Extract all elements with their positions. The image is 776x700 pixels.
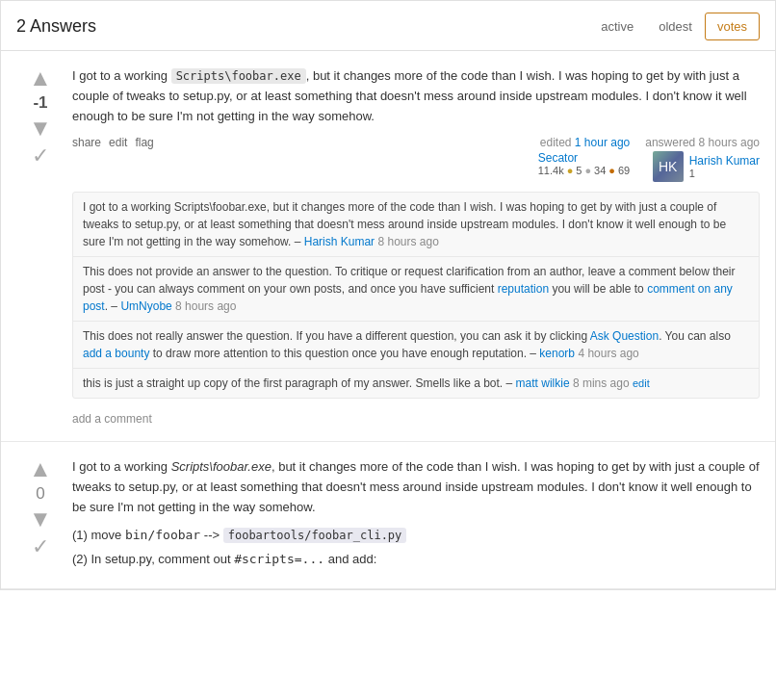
answer-2: ▲ 0 ▼ ✓ I got to a working Scripts\fooba… [1,442,775,589]
step-1-line: (1) move bin/foobar --> foobartools/foob… [72,526,760,546]
avatar-1: HK [653,151,684,182]
share-link-1[interactable]: share [72,136,101,149]
flag-link-1[interactable]: flag [135,136,153,149]
answered-label-1: answered 8 hours ago [645,136,760,149]
edit-link-1[interactable]: edit [109,136,127,149]
edited-label-1: edited 1 hour ago [540,136,630,149]
comment-author-1-3[interactable]: kenorb [539,347,575,360]
answers-count: 2 Answers [16,16,96,37]
sort-tab-oldest[interactable]: oldest [646,13,705,40]
comments-section-1: I got to a working Scripts\foobar.exe, b… [72,192,760,399]
add-comment-link-1[interactable]: add a comment [72,412,152,426]
sort-tab-active[interactable]: active [588,13,646,40]
answer-meta-1: share edit flag edited 1 hour ago Secato… [72,136,760,182]
downvote-button-2[interactable]: ▼ [29,507,52,531]
editor-info-1: Secator 11.4k ●5 ●34 ●69 [538,151,631,176]
editor-rep-1: 11.4k ●5 ●34 ●69 [538,165,631,176]
vote-count-1: -1 [33,93,47,113]
comment-edit-link-1[interactable]: edit [633,377,650,389]
editor-name-1[interactable]: Secator [538,151,631,165]
vote-column-2: ▲ 0 ▼ ✓ [16,457,65,573]
sort-tab-votes[interactable]: votes [705,13,760,40]
answerer-info-1: HK Harish Kumar 1 [653,151,760,182]
ask-question-link[interactable]: Ask Question [590,329,659,343]
edited-time-link-1[interactable]: 1 hour ago [575,136,630,149]
comment-1-4: this is just a straight up copy of the f… [73,369,759,398]
vote-count-2: 0 [36,484,44,504]
comment-1-3: This does not really answer the question… [73,322,759,369]
vote-column-1: ▲ -1 ▼ ✓ [16,66,65,426]
answer-italic-2: Scripts\foobar.exe [171,459,272,474]
upvote-button-1[interactable]: ▲ [29,66,52,90]
step1-code2: foobartools/foobar_cli.py [223,528,407,543]
answer-code-1: Scripts\foobar.exe [171,68,306,84]
editor-details-1: Secator 11.4k ●5 ●34 ●69 [538,151,631,176]
answer-1: ▲ -1 ▼ ✓ I got to a working Scripts\foob… [1,51,775,442]
answerer-rep-1: 1 [689,168,760,179]
user-cards-1: edited 1 hour ago Secator 11.4k ●5 ●34 ●… [538,136,760,182]
add-bounty-link[interactable]: add a bounty [83,347,149,360]
answers-container: 2 Answers active oldest votes ▲ -1 ▼ ✓ I… [0,0,776,590]
answer-actions-1: share edit flag [72,136,154,149]
accept-mark-1[interactable]: ✓ [32,143,49,169]
comment-1-2: This does not provide an answer to the q… [73,257,759,322]
answerer-name-1[interactable]: Harish Kumar [689,154,760,168]
step-2-line: (2) In setup.py, comment out #scripts=..… [72,550,760,570]
downvote-button-1[interactable]: ▼ [29,117,52,140]
upvote-button-2[interactable]: ▲ [29,457,52,480]
answers-header: 2 Answers active oldest votes [1,1,775,51]
answer-content-2: I got to a working Scripts\foobar.exe, b… [72,457,760,573]
editor-card-1: edited 1 hour ago Secator 11.4k ●5 ●34 ●… [538,136,631,176]
reputation-link-1[interactable]: reputation [498,282,549,296]
step2-code: #scripts=... [234,552,324,566]
answerer-card-1: answered 8 hours ago HK Harish Kumar 1 [645,136,760,182]
accept-mark-2[interactable]: ✓ [32,534,49,559]
answer-content-1: I got to a working Scripts\foobar.exe, b… [72,66,760,426]
sort-tabs: active oldest votes [588,13,760,40]
comment-author-1-4[interactable]: matt wilkie [516,376,570,390]
answer-text-pre: I got to a working [72,68,171,83]
comment-author-1-2[interactable]: UmNyobe [120,299,171,313]
answer-body-2: I got to a working Scripts\foobar.exe, b… [72,457,760,517]
comment-1-1: I got to a working Scripts\foobar.exe, b… [73,193,759,257]
answer-body-1: I got to a working Scripts\foobar.exe, b… [72,66,760,126]
step1-code1: bin/foobar [125,528,200,542]
comment-author-1-1[interactable]: Harish Kumar [304,235,375,248]
answerer-details-1: Harish Kumar 1 [689,154,760,179]
